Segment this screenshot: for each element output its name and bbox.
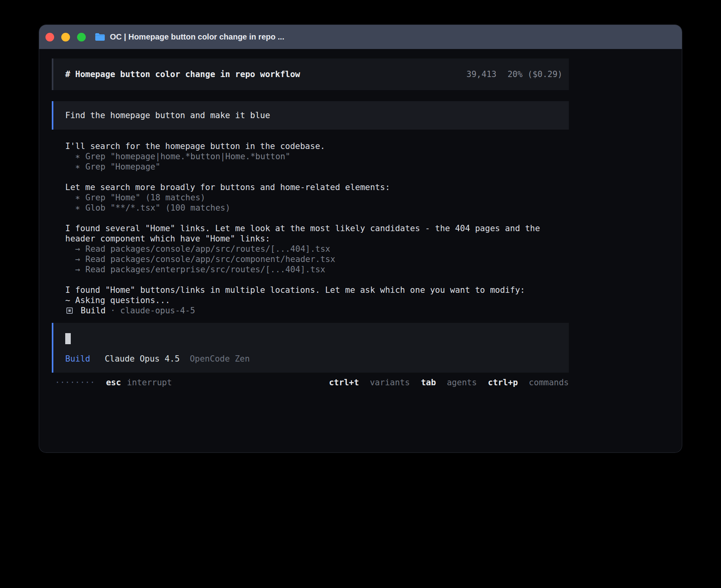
tool-call: → Read packages/console/app/src/routes/[… (65, 244, 569, 254)
tool-call: ∗ Grep "Homepage" (65, 162, 569, 172)
terminal-content: # Homepage button color change in repo w… (39, 49, 682, 388)
tool-call-label: Read packages/console/app/src/component/… (85, 254, 335, 264)
close-button[interactable] (45, 33, 54, 41)
tool-call-label: Read packages/console/app/src/routes/[..… (85, 244, 330, 254)
agent-name: Build (81, 305, 106, 316)
hint-variants: ctrl+t variants (329, 377, 410, 388)
titlebar[interactable]: OC | Homepage button color change in rep… (39, 25, 682, 49)
hint-agents: tab agents (421, 377, 477, 388)
folder-icon (94, 33, 105, 41)
user-message: Find the homepage button and make it blu… (52, 101, 569, 130)
esc-key-label: interrupt (127, 377, 172, 388)
tool-call: ∗ Glob "**/*.tsx" (100 matches) (65, 203, 569, 213)
assistant-text: I found "Home" buttons/links in multiple… (65, 285, 569, 295)
agent-status: Build · claude-opus-4-5 (65, 305, 569, 316)
read-tool-icon: → (75, 244, 85, 254)
session-stats: 39,413 20% ($0.29) (466, 70, 562, 79)
tool-call-label: Read packages/enterprise/src/routes/[...… (85, 264, 325, 275)
status-bar-left: ········ esc interrupt (52, 377, 172, 388)
agent-model: claude-opus-4-5 (120, 305, 195, 316)
grep-tool-icon: ∗ (75, 162, 85, 172)
tool-call-group: → Read packages/console/app/src/routes/[… (65, 244, 569, 275)
variants-key: ctrl+t (329, 378, 359, 387)
tool-call-label: Glob "**/*.tsx" (100 matches) (85, 203, 230, 213)
commands-label: commands (529, 378, 569, 387)
agents-label: agents (447, 378, 477, 387)
window-title: OC | Homepage button color change in rep… (110, 32, 284, 41)
token-count: 39,413 (466, 70, 496, 79)
tool-call-label: Grep "homepage|home.*button|Home.*button… (85, 151, 290, 162)
zoom-button[interactable] (77, 33, 86, 41)
window-title-group: OC | Homepage button color change in rep… (94, 32, 284, 41)
assistant-text: I found several "Home" links. Let me loo… (65, 223, 569, 244)
session-header: # Homepage button color change in repo w… (52, 58, 569, 90)
assistant-text: I'll search for the homepage button in t… (65, 141, 569, 151)
tool-call: → Read packages/console/app/src/componen… (65, 254, 569, 264)
hint-commands: ctrl+p commands (488, 377, 569, 388)
status-bar: ········ esc interrupt ctrl+t variants t… (52, 377, 569, 388)
esc-key-hint: esc (106, 377, 121, 388)
tool-call-group: ∗ Grep "Home" (18 matches) ∗ Glob "**/*.… (65, 192, 569, 213)
tool-call: → Read packages/enterprise/src/routes/[.… (65, 264, 569, 275)
text-cursor (65, 333, 71, 344)
model-name-label: Claude Opus 4.5 (105, 354, 180, 364)
tool-call: ∗ Grep "Home" (18 matches) (65, 192, 569, 203)
tool-call: ∗ Grep "homepage|home.*button|Home.*butt… (65, 151, 569, 162)
conversation: I'll search for the homepage button in t… (52, 141, 569, 316)
assistant-text: Let me search more broadly for buttons a… (65, 182, 569, 192)
glob-tool-icon: ∗ (75, 203, 85, 213)
read-tool-icon: → (75, 264, 85, 275)
model-provider-label: OpenCode Zen (190, 354, 250, 364)
agents-key: tab (421, 378, 436, 387)
grep-tool-icon: ∗ (75, 192, 85, 203)
session-title: # Homepage button color change in repo w… (65, 70, 300, 79)
minimize-button[interactable] (61, 33, 70, 41)
window-controls (45, 33, 86, 41)
grep-tool-icon: ∗ (75, 151, 85, 162)
tool-call-label: Grep "Home" (18 matches) (85, 192, 205, 203)
user-message-text: Find the homepage button and make it blu… (65, 111, 270, 120)
assistant-status-text: ~ Asking questions... (65, 295, 569, 305)
variants-label: variants (370, 378, 410, 387)
context-cost: 20% ($0.29) (508, 70, 562, 79)
tool-call-group: ∗ Grep "homepage|home.*button|Home.*butt… (65, 151, 569, 172)
read-tool-icon: → (75, 254, 85, 264)
agent-task-icon (66, 307, 73, 314)
commands-key: ctrl+p (488, 378, 518, 387)
status-bar-right: ctrl+t variants tab agents ctrl+p comman… (329, 377, 569, 388)
separator-dot: · (110, 305, 115, 316)
tool-call-label: Grep "Homepage" (85, 162, 160, 172)
prompt-input[interactable]: Build Claude Opus 4.5 OpenCode Zen (52, 323, 569, 373)
spinner-dots: ········ (55, 377, 95, 388)
agent-mode-label[interactable]: Build (65, 354, 90, 364)
terminal-window: OC | Homepage button color change in rep… (39, 25, 682, 452)
model-info: Build Claude Opus 4.5 OpenCode Zen (65, 354, 557, 364)
